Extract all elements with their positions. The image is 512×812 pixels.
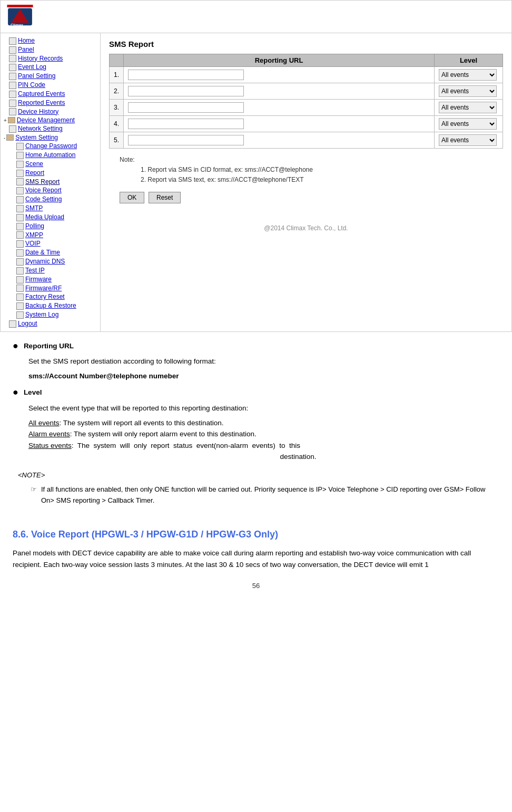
page-icon (16, 240, 24, 248)
sidebar-item-dynamic-dns[interactable]: Dynamic DNS (1, 257, 100, 266)
sidebar-item-xmpp[interactable]: XMPP (1, 231, 100, 240)
row-level-cell-3: All eventsAlarm eventsStatus events (435, 100, 503, 116)
bullet-body-1: Set the SMS report destiation according … (28, 356, 499, 367)
page-icon (9, 55, 16, 62)
page-icon (16, 187, 24, 194)
bullet-dot-2: ● (13, 387, 18, 398)
sidebar-item-reported-events[interactable]: Reported Events (1, 99, 100, 107)
bullet-body-2: Select the event type that will be repor… (28, 403, 499, 414)
level-select-1[interactable]: All eventsAlarm eventsStatus events (439, 69, 497, 81)
sms-example: sms://Account Number@telephone numeber (28, 370, 499, 382)
sidebar-item-system-setting[interactable]: - System Setting (1, 133, 100, 142)
status-events-line-2: destination. (97, 451, 499, 463)
page-icon (16, 170, 24, 177)
note-box: Note: 1. Report via SMS in CID format, e… (120, 155, 493, 185)
section-heading: 8.6. Voice Report (HPGWL-3 / HPGW-G1D / … (13, 527, 499, 542)
page-icon (16, 143, 24, 150)
row-url-cell-2 (124, 83, 435, 100)
page-icon (9, 91, 16, 98)
main-layout: Home Panel History Records Event Log Pan… (0, 33, 512, 332)
sidebar-item-sms-report[interactable]: SMS Report (1, 178, 100, 187)
sidebar-item-test-ip[interactable]: Test IP (1, 266, 100, 275)
page-icon (16, 196, 24, 203)
sidebar-item-network-setting[interactable]: Network Setting (1, 124, 100, 133)
sidebar-item-event-log[interactable]: Event Log (1, 63, 100, 72)
sidebar-item-media-upload[interactable]: Media Upload (1, 213, 100, 222)
sidebar-item-date-time[interactable]: Date & Time (1, 248, 100, 257)
status-events-line: Status events: The system will only repo… (28, 440, 499, 452)
sidebar-item-backup-restore[interactable]: Backup & Restore (1, 301, 100, 310)
page-icon (16, 205, 24, 212)
bullet-title-1: Reporting URL (24, 342, 74, 350)
sidebar-item-device-history[interactable]: Device History (1, 107, 100, 116)
level-select-3[interactable]: All eventsAlarm eventsStatus events (439, 102, 497, 113)
sidebar-item-smtp[interactable]: SMTP (1, 204, 100, 213)
sidebar-item-polling[interactable]: Polling (1, 222, 100, 231)
row-url-cell-3 (124, 100, 435, 116)
level-select-5[interactable]: All eventsAlarm eventsStatus events (439, 134, 497, 146)
toggle-icon: - (4, 135, 5, 141)
page-icon (9, 46, 16, 54)
page-icon (16, 223, 24, 230)
content-area: SMS Report Reporting URL Level 1.All eve… (101, 33, 511, 331)
level-select-2[interactable]: All eventsAlarm eventsStatus events (439, 85, 497, 97)
all-events-line: All events: The system will report all e… (28, 417, 499, 429)
page-icon (9, 64, 16, 71)
sidebar-item-logout[interactable]: Logout (1, 319, 100, 328)
sidebar-item-report[interactable]: Report (1, 169, 100, 178)
page-icon (16, 311, 24, 319)
url-input-5[interactable] (128, 135, 244, 145)
bullet-item-reporting-url: ● Reporting URL (13, 340, 499, 352)
sidebar-item-voip[interactable]: VOIP (1, 239, 100, 248)
url-input-1[interactable] (128, 70, 244, 80)
url-input-4[interactable] (128, 119, 244, 129)
row-num-2: 2. (110, 83, 124, 100)
col-num-header (110, 54, 124, 67)
ok-button[interactable]: OK (120, 192, 144, 203)
row-level-cell-2: All eventsAlarm eventsStatus events (435, 83, 503, 100)
sidebar-item-voice-report[interactable]: Voice Report (1, 186, 100, 195)
sidebar-item-firmware[interactable]: Firmware (1, 275, 100, 284)
sidebar-item-change-password[interactable]: Change Password (1, 142, 100, 151)
row-level-cell-5: All eventsAlarm eventsStatus events (435, 132, 503, 149)
sidebar-item-system-log[interactable]: System Log (1, 310, 100, 319)
sidebar-item-captured-events[interactable]: Captured Events (1, 90, 100, 99)
toggle-icon: + (4, 118, 7, 123)
sidebar-item-code-setting[interactable]: Code Setting (1, 195, 100, 204)
sidebar-item-panel[interactable]: Panel (1, 45, 100, 54)
section-body: Panel models with DECT device capability… (13, 547, 499, 570)
sidebar-item-pin-code[interactable]: PIN Code (1, 81, 100, 90)
report-table-row: 5.All eventsAlarm eventsStatus events (110, 132, 503, 149)
page-icon (16, 302, 24, 310)
url-input-2[interactable] (128, 86, 244, 96)
folder-icon (8, 117, 15, 123)
sidebar-item-home[interactable]: Home (1, 36, 100, 45)
report-table-row: 2.All eventsAlarm eventsStatus events (110, 83, 503, 100)
row-url-cell-1 (124, 67, 435, 83)
row-level-cell-4: All eventsAlarm eventsStatus events (435, 116, 503, 132)
page-icon (16, 267, 24, 275)
bullet-title-2: Level (24, 388, 42, 396)
sidebar-item-factory-reset[interactable]: Factory Reset (1, 292, 100, 301)
sidebar-item-firmware-rf[interactable]: Firmware/RF (1, 284, 100, 293)
page-icon (9, 108, 16, 115)
col-level-header: Level (435, 54, 503, 67)
page-icon (16, 294, 24, 301)
sidebar-item-home-automation[interactable]: Home Automation (1, 151, 100, 160)
level-select-4[interactable]: All eventsAlarm eventsStatus events (439, 118, 497, 130)
sidebar-item-panel-setting[interactable]: Panel Setting (1, 72, 100, 81)
url-input-3[interactable] (128, 102, 244, 113)
folder-icon (6, 134, 14, 141)
page-icon (16, 152, 24, 159)
sidebar-item-scene[interactable]: Scene (1, 160, 100, 169)
note-finger-icon: ☞ (31, 484, 37, 495)
row-num-5: 5. (110, 132, 124, 149)
page-icon (16, 258, 24, 266)
sidebar-item-device-management[interactable]: + Device Management (1, 116, 100, 124)
col-url-header: Reporting URL (124, 54, 435, 67)
logo-area: Climax (7, 5, 37, 28)
row-level-cell-1: All eventsAlarm eventsStatus events (435, 67, 503, 83)
reset-button[interactable]: Reset (149, 192, 181, 203)
report-table-row: 1.All eventsAlarm eventsStatus events (110, 67, 503, 83)
sidebar-item-history-records[interactable]: History Records (1, 54, 100, 63)
